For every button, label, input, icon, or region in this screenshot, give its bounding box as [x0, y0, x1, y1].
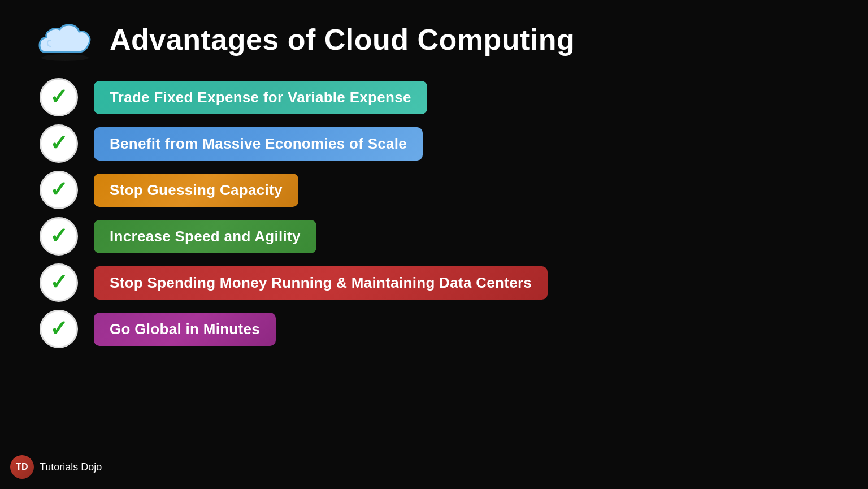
- watermark-label: Tutorials Dojo: [40, 461, 102, 473]
- checkmark-icon: ✓: [50, 271, 68, 293]
- check-circle: ✓: [40, 263, 78, 302]
- check-circle: ✓: [40, 310, 78, 348]
- advantage-pill-5: Stop Spending Money Running & Maintainin…: [94, 266, 548, 300]
- checkmark-icon: ✓: [50, 318, 68, 339]
- page-title: Advantages of Cloud Computing: [110, 23, 575, 57]
- slide: Advantages of Cloud Computing ✓Trade Fix…: [0, 0, 868, 489]
- check-circle: ✓: [40, 124, 78, 163]
- check-circle: ✓: [40, 217, 78, 256]
- advantage-pill-4: Increase Speed and Agility: [94, 220, 316, 253]
- list-item: ✓Stop Spending Money Running & Maintaini…: [40, 263, 834, 302]
- checkmark-icon: ✓: [50, 86, 68, 107]
- watermark: TD Tutorials Dojo: [10, 455, 102, 479]
- list-item: ✓Benefit from Massive Economies of Scale: [40, 124, 834, 163]
- advantage-pill-1: Trade Fixed Expense for Variable Expense: [94, 81, 427, 114]
- cloud-icon: [34, 17, 96, 62]
- items-list: ✓Trade Fixed Expense for Variable Expens…: [34, 78, 834, 348]
- advantage-pill-2: Benefit from Massive Economies of Scale: [94, 127, 423, 161]
- check-circle: ✓: [40, 78, 78, 116]
- checkmark-icon: ✓: [50, 179, 68, 200]
- td-logo-text: TD: [16, 462, 28, 472]
- td-logo: TD: [10, 455, 34, 479]
- advantage-pill-6: Go Global in Minutes: [94, 313, 276, 346]
- list-item: ✓Increase Speed and Agility: [40, 217, 834, 256]
- checkmark-icon: ✓: [50, 225, 68, 246]
- checkmark-icon: ✓: [50, 132, 68, 154]
- svg-point-0: [41, 54, 89, 61]
- list-item: ✓Trade Fixed Expense for Variable Expens…: [40, 78, 834, 116]
- list-item: ✓Stop Guessing Capacity: [40, 171, 834, 209]
- check-circle: ✓: [40, 171, 78, 209]
- advantage-pill-3: Stop Guessing Capacity: [94, 174, 298, 207]
- list-item: ✓Go Global in Minutes: [40, 310, 834, 348]
- header: Advantages of Cloud Computing: [34, 17, 834, 62]
